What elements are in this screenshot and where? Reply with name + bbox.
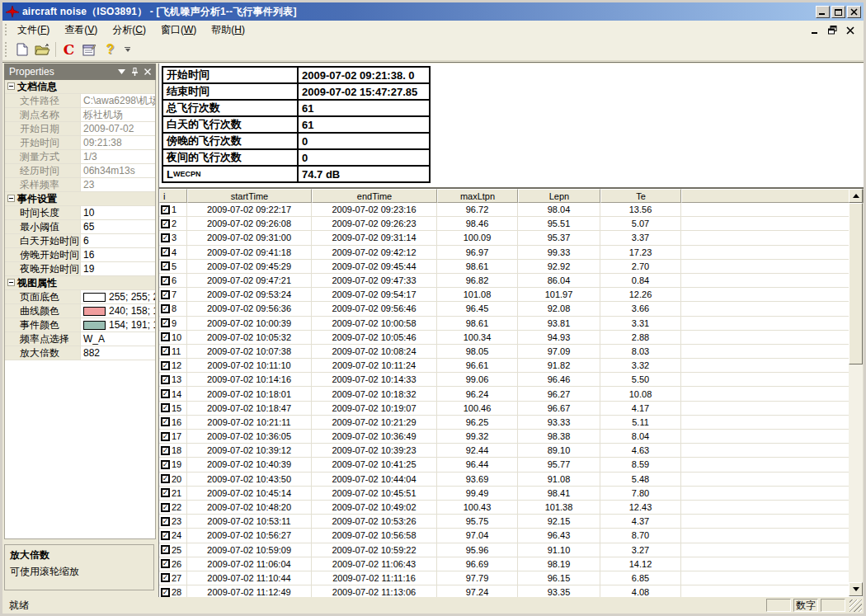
property-value[interactable]: 23	[81, 178, 155, 191]
minimize-button[interactable]	[816, 6, 830, 18]
color-swatch[interactable]	[83, 307, 106, 316]
menubar-grip[interactable]	[4, 23, 8, 36]
row-checkbox[interactable]: ✓	[161, 233, 170, 242]
column-header-endTime[interactable]: endTime	[312, 189, 437, 203]
menu-item-view[interactable]: 查看(V)	[57, 21, 105, 39]
property-value[interactable]: 65	[81, 220, 155, 233]
event-row[interactable]: ✓192009-07-02 10:40:392009-07-02 10:41:2…	[159, 458, 864, 472]
row-checkbox[interactable]: ✓	[161, 588, 170, 597]
mdi-close-button[interactable]	[845, 25, 855, 35]
collapse-minus-icon[interactable]	[7, 195, 15, 202]
row-checkbox[interactable]: ✓	[161, 545, 170, 554]
event-row[interactable]: ✓232009-07-02 10:53:112009-07-02 10:53:2…	[159, 515, 864, 529]
row-checkbox[interactable]: ✓	[161, 304, 170, 313]
menu-item-help[interactable]: 帮助(H)	[204, 21, 252, 39]
event-row[interactable]: ✓152009-07-02 10:18:472009-07-02 10:19:0…	[159, 402, 864, 416]
event-row[interactable]: ✓82009-07-02 09:56:362009-07-02 09:56:46…	[159, 302, 864, 316]
row-checkbox[interactable]: ✓	[161, 517, 170, 526]
event-row[interactable]: ✓122009-07-02 10:11:102009-07-02 10:11:2…	[159, 359, 864, 373]
row-checkbox[interactable]: ✓	[161, 432, 170, 441]
properties-button[interactable]	[79, 40, 100, 59]
row-checkbox[interactable]: ✓	[161, 219, 170, 228]
column-header-startTime[interactable]: startTime	[187, 189, 312, 203]
event-row[interactable]: ✓92009-07-02 10:00:392009-07-02 10:00:58…	[159, 317, 864, 331]
row-checkbox[interactable]: ✓	[161, 205, 170, 214]
row-checkbox[interactable]: ✓	[161, 474, 170, 483]
event-row[interactable]: ✓142009-07-02 10:18:012009-07-02 10:18:3…	[159, 387, 864, 401]
open-file-button[interactable]	[32, 40, 53, 59]
row-checkbox[interactable]: ✓	[161, 460, 170, 469]
row-checkbox[interactable]: ✓	[161, 261, 170, 270]
event-row[interactable]: ✓182009-07-02 10:39:122009-07-02 10:39:2…	[159, 444, 864, 458]
row-checkbox[interactable]: ✓	[161, 290, 170, 299]
event-row[interactable]: ✓132009-07-02 10:14:162009-07-02 10:14:3…	[159, 373, 864, 387]
column-header-Te[interactable]: Te	[600, 189, 681, 203]
property-value[interactable]: 1/3	[81, 150, 155, 163]
panel-pin-icon[interactable]	[131, 68, 139, 76]
close-button[interactable]	[847, 6, 861, 18]
property-value[interactable]: W_A	[81, 332, 155, 346]
property-value[interactable]: 16	[81, 248, 155, 261]
property-value[interactable]: 06h34m13s	[81, 164, 155, 177]
row-checkbox[interactable]: ✓	[161, 446, 170, 455]
row-checkbox[interactable]: ✓	[161, 559, 170, 568]
property-value[interactable]: 154; 191; 18	[81, 318, 155, 332]
toolbar-grip[interactable]	[4, 41, 8, 58]
column-header-maxLtpn[interactable]: maxLtpn	[437, 189, 518, 203]
row-checkbox[interactable]: ✓	[161, 417, 170, 426]
color-swatch[interactable]	[83, 293, 106, 302]
event-row[interactable]: ✓12009-07-02 09:22:172009-07-02 09:23:16…	[159, 203, 864, 217]
row-checkbox[interactable]: ✓	[161, 389, 170, 398]
property-section-header[interactable]: 文档信息	[5, 80, 155, 94]
row-checkbox[interactable]: ✓	[161, 247, 170, 256]
maximize-button[interactable]	[831, 6, 845, 18]
row-checkbox[interactable]: ✓	[161, 318, 170, 327]
collapse-minus-icon[interactable]	[7, 82, 15, 90]
panel-menu-chevron-icon[interactable]	[118, 69, 125, 74]
column-header-Lepn[interactable]: Lepn	[518, 189, 600, 203]
menu-item-window[interactable]: 窗口(W)	[153, 21, 204, 39]
event-row[interactable]: ✓32009-07-02 09:31:002009-07-02 09:31:14…	[159, 231, 864, 245]
row-checkbox[interactable]: ✓	[161, 488, 170, 497]
mdi-minimize-button[interactable]	[810, 25, 821, 35]
event-row[interactable]: ✓62009-07-02 09:47:212009-07-02 09:47:33…	[159, 274, 864, 288]
column-header-i[interactable]: i	[159, 189, 187, 203]
property-value[interactable]: 10	[81, 206, 155, 219]
event-row[interactable]: ✓52009-07-02 09:45:292009-07-02 09:45:44…	[159, 260, 864, 274]
property-value[interactable]: 2009-07-02	[81, 122, 155, 135]
event-row[interactable]: ✓112009-07-02 10:07:382009-07-02 10:08:2…	[159, 345, 864, 359]
event-row[interactable]: ✓102009-07-02 10:05:322009-07-02 10:05:4…	[159, 331, 864, 345]
color-swatch[interactable]	[83, 321, 106, 330]
row-checkbox[interactable]: ✓	[161, 403, 170, 412]
row-checkbox[interactable]: ✓	[161, 361, 170, 370]
row-checkbox[interactable]: ✓	[161, 346, 170, 355]
calibrate-button[interactable]: C	[59, 40, 79, 59]
vertical-scrollbar[interactable]	[849, 189, 863, 596]
event-row[interactable]: ✓262009-07-02 11:06:042009-07-02 11:06:4…	[159, 557, 864, 571]
property-value[interactable]: 255; 255; 25	[81, 290, 155, 303]
menu-item-analyze[interactable]: 分析(C)	[105, 21, 153, 39]
panel-close-icon[interactable]	[144, 68, 151, 75]
property-value[interactable]: 882	[81, 346, 155, 360]
event-row[interactable]: ✓282009-07-02 11:12:492009-07-02 11:13:0…	[159, 585, 864, 597]
menu-item-file[interactable]: 文件(F)	[10, 21, 57, 39]
property-value[interactable]: 栎社机场	[81, 108, 155, 121]
scroll-down-button[interactable]	[849, 582, 863, 596]
row-checkbox[interactable]: ✓	[161, 332, 170, 341]
resize-grip[interactable]	[850, 600, 862, 612]
collapse-minus-icon[interactable]	[7, 279, 15, 286]
toolbar-overflow-button[interactable]	[122, 40, 133, 59]
property-value[interactable]: 19	[81, 262, 155, 275]
event-row[interactable]: ✓172009-07-02 10:36:052009-07-02 10:36:4…	[159, 430, 864, 444]
event-row[interactable]: ✓162009-07-02 10:21:112009-07-02 10:21:2…	[159, 416, 864, 430]
property-value[interactable]: 6	[81, 234, 155, 247]
row-checkbox[interactable]: ✓	[161, 375, 170, 384]
event-row[interactable]: ✓22009-07-02 09:26:082009-07-02 09:26:23…	[159, 217, 864, 231]
property-value[interactable]: 240; 158; 15	[81, 304, 155, 317]
event-row[interactable]: ✓72009-07-02 09:53:242009-07-02 09:54:17…	[159, 288, 864, 302]
property-section-header[interactable]: 视图属性	[5, 276, 155, 290]
event-row[interactable]: ✓212009-07-02 10:45:142009-07-02 10:45:5…	[159, 487, 864, 501]
new-document-button[interactable]	[12, 40, 32, 59]
row-checkbox[interactable]: ✓	[161, 531, 170, 540]
property-section-header[interactable]: 事件设置	[5, 192, 155, 206]
